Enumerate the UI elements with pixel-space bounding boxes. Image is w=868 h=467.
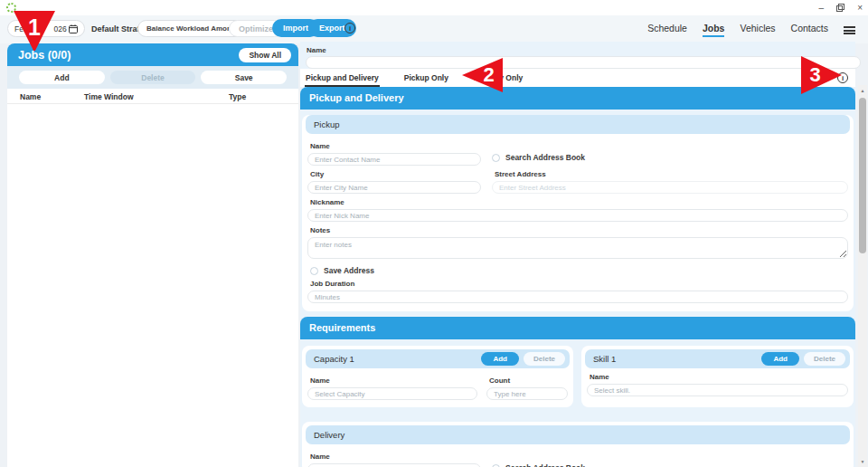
capacity-add-button[interactable]: Add (481, 352, 519, 366)
nav-schedule[interactable]: Schedule (647, 23, 687, 37)
capacity-count-input[interactable] (486, 387, 568, 400)
skill-name-label: Name (590, 373, 848, 381)
capacity-card-header: Capacity 1 Add Delete (306, 349, 570, 368)
job-name-row: Name (300, 42, 855, 69)
skill-delete-button[interactable]: Delete (804, 352, 845, 366)
pickup-title: Pickup (314, 119, 845, 129)
toolbar-info-icon[interactable]: i (344, 23, 355, 33)
column-time-window: Time Window (84, 92, 134, 101)
date-text-right: 026 (53, 24, 66, 33)
pickup-card: Pickup Name Search Address Book City (302, 115, 854, 311)
restore-window-icon[interactable] (836, 4, 844, 12)
delivery-card: Delivery Name Search Address Book (302, 422, 854, 467)
capacity-name-input[interactable] (307, 387, 477, 400)
pickup-job-duration-input[interactable] (307, 291, 848, 303)
pickup-job-duration-label: Job Duration (310, 280, 848, 288)
nav-contacts[interactable]: Contacts (791, 23, 828, 37)
nav-jobs[interactable]: Jobs (703, 23, 725, 37)
pickup-notes-label: Notes (310, 226, 848, 234)
jobs-actions-row: Add Delete Save (7, 66, 298, 89)
pickup-search-address-book-radio[interactable] (492, 154, 500, 162)
pickup-card-header: Pickup (306, 115, 850, 134)
skill-card-header: Skill 1 Add Delete (585, 349, 850, 368)
close-icon[interactable]: × (857, 4, 863, 13)
pickup-city-input[interactable] (307, 181, 481, 194)
pickup-name-label: Name (310, 142, 481, 150)
skill-add-button[interactable]: Add (761, 352, 799, 366)
titlebar: – × (0, 0, 868, 15)
section-requirements: Requirements (300, 317, 855, 339)
column-name: Name (20, 92, 41, 101)
delivery-contact-name-input[interactable] (307, 463, 481, 467)
nav-vehicles[interactable]: Vehicles (740, 23, 775, 37)
delivery-search-address-book-label: Search Address Book (505, 463, 585, 467)
date-text-left: Febr (14, 24, 30, 33)
capacity-name-label: Name (310, 376, 477, 385)
pickup-street-address-input[interactable] (492, 181, 848, 194)
jobs-panel-header: Jobs (0/0) Show All (7, 43, 298, 66)
tab-delivery-only[interactable]: Delivery Only (473, 70, 524, 87)
hamburger-menu-icon[interactable] (844, 26, 855, 34)
pickup-city-label: City (310, 170, 481, 178)
delete-job-button[interactable]: Delete (110, 71, 196, 84)
date-picker[interactable]: Febr 026 (7, 20, 85, 37)
pickup-nickname-label: Nickname (310, 198, 848, 206)
calendar-icon (69, 24, 78, 33)
toolbar: Febr 026 Default Strategy: Balance Workl… (0, 15, 868, 43)
pickup-save-address-radio[interactable] (310, 267, 318, 275)
capacity-count-label: Count (489, 376, 568, 385)
save-job-button[interactable]: Save (201, 71, 287, 84)
delivery-card-header: Delivery (306, 425, 850, 444)
job-name-input[interactable] (306, 56, 861, 69)
jobs-table-body (7, 104, 298, 467)
column-type: Type (229, 92, 246, 101)
capacity-card: Capacity 1 Add Delete Name Count (302, 346, 573, 407)
pickup-contact-name-input[interactable] (307, 153, 481, 166)
scroll-up-icon[interactable]: ▲ (858, 88, 867, 93)
jobs-panel-title: Jobs (0/0) (18, 49, 239, 62)
delivery-name-label: Name (310, 453, 481, 461)
capacity-title: Capacity 1 (314, 354, 481, 364)
add-job-button[interactable]: Add (19, 71, 105, 84)
vertical-scrollbar[interactable]: ▲ ▼ (858, 85, 867, 467)
tab-pickup-only[interactable]: Pickup Only (403, 70, 449, 87)
section-pickup-and-delivery: Pickup and Delivery (300, 87, 855, 110)
jobs-panel: Jobs (0/0) Show All Add Delete Save Name… (7, 43, 298, 467)
skill-card: Skill 1 Add Delete Name (581, 346, 854, 407)
pickup-street-address-label: Street Address (495, 170, 848, 178)
pickup-notes-textarea[interactable] (307, 237, 848, 259)
show-all-button[interactable]: Show All (239, 48, 291, 62)
skill-title: Skill 1 (593, 354, 761, 364)
job-name-label: Name (307, 46, 326, 54)
scroll-down-icon[interactable]: ▼ (858, 459, 867, 464)
main-nav: Schedule Jobs Vehicles Contacts (647, 23, 855, 37)
job-form-panel: Name Pickup and Delivery Pickup Only Del… (300, 42, 855, 467)
pickup-search-address-book-label: Search Address Book (505, 153, 585, 162)
form-info-icon[interactable]: i (837, 72, 848, 83)
jobs-table-header: Name Time Window Type (7, 89, 298, 104)
job-type-tabs: Pickup and Delivery Pickup Only Delivery… (300, 69, 855, 87)
app-logo-icon (6, 3, 16, 13)
skill-name-input[interactable] (587, 384, 848, 396)
pickup-save-address-label: Save Address (324, 266, 374, 275)
form-scroll-content: Pickup and Delivery Pickup Name Search A… (300, 87, 855, 467)
minimize-icon[interactable]: – (819, 4, 825, 13)
scrollbar-thumb[interactable] (859, 98, 866, 253)
delivery-title: Delivery (314, 430, 845, 440)
capacity-delete-button[interactable]: Delete (524, 352, 565, 366)
tab-pickup-and-delivery[interactable]: Pickup and Delivery (305, 70, 380, 87)
pickup-nickname-input[interactable] (307, 209, 848, 222)
requirements-row: Capacity 1 Add Delete Name Count (302, 346, 854, 407)
